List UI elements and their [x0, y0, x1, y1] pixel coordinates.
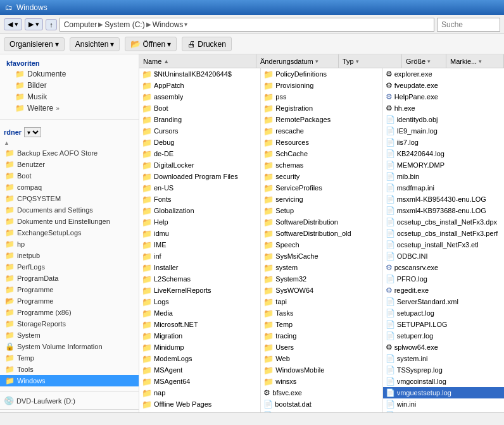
list-item[interactable]: 📁security: [261, 171, 382, 182]
sidebar-item-exchange[interactable]: 📁 ExchangeSetupLogs: [0, 227, 139, 238]
folders-header[interactable]: rdner: [4, 128, 22, 136]
list-item[interactable]: 📁servicing: [261, 194, 382, 205]
list-item[interactable]: 📁Temp: [261, 319, 382, 330]
list-item[interactable]: 📄vmguestsetup.log: [383, 387, 504, 398]
sidebar-item-backup-exec[interactable]: 📁 Backup Exec AOFO Store: [0, 147, 139, 159]
list-item[interactable]: 📄setupact.log: [383, 307, 504, 319]
list-item[interactable]: 📁SoftwareDistribution: [261, 216, 382, 228]
list-item[interactable]: 📁nap: [139, 387, 260, 398]
list-item[interactable]: 📁MSAgent64: [139, 376, 260, 387]
sidebar-item-cpqsystem[interactable]: 📁 CPQSYSTEM: [0, 193, 139, 204]
list-item[interactable]: 📁Provisioning: [261, 80, 382, 91]
list-item[interactable]: 📄mib.bin: [383, 171, 504, 182]
up-button[interactable]: ↑: [46, 19, 57, 30]
list-item[interactable]: ⚙hh.exe: [383, 102, 504, 114]
list-item[interactable]: 📁Speech: [261, 239, 382, 250]
list-item[interactable]: 📁WindowsMobile: [261, 364, 382, 376]
list-item[interactable]: 📁de-DE: [139, 148, 260, 159]
list-item[interactable]: 📁DigitalLocker: [139, 159, 260, 171]
sidebar-item-windows[interactable]: 📁 Windows: [0, 375, 139, 386]
list-item[interactable]: 📁assembly: [139, 91, 260, 102]
list-item[interactable]: 📄KB2420644.log: [383, 148, 504, 159]
list-item[interactable]: 📁Fonts: [139, 194, 260, 205]
list-item[interactable]: 📄SETUPAPI.LOG: [383, 319, 504, 330]
list-item[interactable]: 📁winsxs: [261, 376, 382, 387]
col-header-name[interactable]: Name ▲: [139, 54, 256, 68]
list-item[interactable]: ⚙bfsvc.exe: [261, 387, 382, 398]
list-item[interactable]: 📁SysMsiCache: [261, 250, 382, 262]
sidebar-item-docs-settings[interactable]: 📁 Documents and Settings: [0, 204, 139, 216]
list-item[interactable]: 📁Registration: [261, 102, 382, 114]
list-item[interactable]: 📁ModemLogs: [139, 353, 260, 364]
list-item[interactable]: 📁SchCache: [261, 148, 382, 159]
sidebar-item-programme[interactable]: 📁 Programme: [0, 284, 139, 295]
list-item[interactable]: 📁$NtUninstallKB2420644$: [139, 68, 260, 80]
col-header-size[interactable]: Größe ▾: [402, 54, 446, 68]
list-item[interactable]: ⚙regedit.exe: [383, 285, 504, 296]
sidebar-item-dokumente-einstellungen[interactable]: 📁 Dokumente und Einstellungen: [0, 216, 139, 227]
list-item[interactable]: 📄msxml4-KB954430-enu.LOG: [383, 194, 504, 205]
sidebar-item-bilder[interactable]: 📁 Bilder: [0, 80, 139, 91]
list-item[interactable]: 📄msdfmap.ini: [383, 182, 504, 194]
sidebar-item-dvd[interactable]: 💿 DVD-Laufwerk (D:): [0, 395, 139, 407]
sidebar-item-musik[interactable]: 📁 Musik: [0, 91, 139, 102]
list-item[interactable]: 📁idmu: [139, 228, 260, 239]
list-item[interactable]: 📁Globalization: [139, 205, 260, 216]
list-item[interactable]: 📁Downloaded Program Files: [139, 171, 260, 182]
sidebar-item-hp[interactable]: 📁 hp: [0, 238, 139, 250]
crumb-system[interactable]: System (C:): [104, 20, 144, 29]
sidebar-item-compaq[interactable]: 📁 compaq: [0, 182, 139, 193]
list-item[interactable]: 📁en-US: [139, 182, 260, 194]
list-item[interactable]: 📁Installer: [139, 262, 260, 273]
list-item[interactable]: 📄system.ini: [383, 353, 504, 364]
list-item[interactable]: 📄WindowsShell.Manifest: [383, 410, 504, 412]
views-button[interactable]: Ansichten ▾: [70, 37, 120, 51]
list-item[interactable]: 📁Resources: [261, 137, 382, 148]
list-item[interactable]: ⚙explorer.exe: [383, 68, 504, 80]
list-item[interactable]: ⚙HelpPane.exe: [383, 91, 504, 102]
list-item[interactable]: 📁LiveKernelReports: [139, 285, 260, 296]
list-item[interactable]: 📁Help: [139, 216, 260, 228]
list-item[interactable]: ⚙pcscansrv.exe: [383, 262, 504, 273]
back-button[interactable]: ◀ ▾: [4, 18, 22, 30]
list-item[interactable]: 📄TSSysprep.log: [383, 364, 504, 376]
sidebar-item-tools[interactable]: 📁 Tools: [0, 364, 139, 375]
list-item[interactable]: 📁Tasks: [261, 307, 382, 319]
list-item[interactable]: 📄ODBC.INI: [383, 250, 504, 262]
sidebar-item-boot[interactable]: 📁 Boot: [0, 170, 139, 182]
sidebar-item-temp[interactable]: 📁 Temp: [0, 352, 139, 364]
list-item[interactable]: 📁tapi: [261, 296, 382, 307]
col-header-type[interactable]: Typ ▾: [339, 54, 402, 68]
list-item[interactable]: 📁Boot: [139, 102, 260, 114]
list-item[interactable]: 📄ServerStandard.xml: [383, 296, 504, 307]
list-item[interactable]: 📄IE9_main.log: [383, 125, 504, 137]
folder-scope-select[interactable]: ▾: [24, 127, 41, 137]
list-item[interactable]: 📁pss: [261, 91, 382, 102]
list-item[interactable]: 📁Logs: [139, 296, 260, 307]
sidebar-item-backup[interactable]: ▲: [0, 139, 139, 147]
sidebar-item-inetpub[interactable]: 📁 inetpub: [0, 250, 139, 261]
list-item[interactable]: 📁inf: [139, 250, 260, 262]
list-item[interactable]: 📁Microsoft.NET: [139, 319, 260, 330]
list-item[interactable]: 📄ocsetup_install_NetFx3.etl: [383, 239, 504, 250]
list-item[interactable]: 📁Migration: [139, 330, 260, 342]
list-item[interactable]: 📁SoftwareDistribution_old: [261, 228, 382, 239]
sidebar-item-svi[interactable]: 🔒 System Volume Information: [0, 341, 139, 352]
list-item[interactable]: 📄vmgcoinstall.log: [383, 376, 504, 387]
crumb-computer[interactable]: Computer: [64, 20, 98, 29]
sidebar-item-dokumente[interactable]: 📁 Dokumente: [0, 68, 139, 80]
list-item[interactable]: 📁Media: [139, 307, 260, 319]
list-item[interactable]: 📁System32: [261, 273, 382, 285]
list-item[interactable]: 📄bootstat.dat: [261, 398, 382, 410]
list-item[interactable]: 📁IME: [139, 239, 260, 250]
favorites-header[interactable]: kfavoriten: [0, 57, 139, 68]
sidebar-item-programdata[interactable]: 📁 ProgramData: [0, 273, 139, 284]
list-item[interactable]: 📁PolicyDefinitions: [261, 68, 382, 80]
list-item[interactable]: 📁Setup: [261, 205, 382, 216]
list-item[interactable]: 📁Minidump: [139, 342, 260, 353]
sidebar-item-perflogs[interactable]: 📁 PerfLogs: [0, 261, 139, 273]
forward-button[interactable]: ▶ ▾: [25, 18, 43, 30]
open-button[interactable]: 📂 Öffnen ▾: [125, 37, 177, 51]
list-item[interactable]: 📁tracing: [261, 330, 382, 342]
list-item[interactable]: 📁Cursors: [139, 125, 260, 137]
